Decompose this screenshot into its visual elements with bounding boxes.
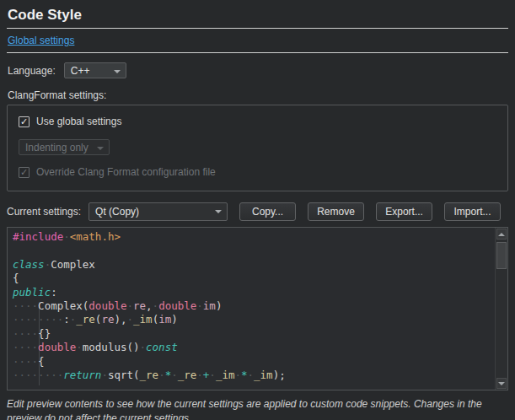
title-separator — [7, 28, 508, 29]
help-note: Edit preview contents to see how the cur… — [7, 397, 508, 420]
use-global-settings-checkbox[interactable]: ✓ Use global settings — [19, 116, 497, 127]
global-settings-link[interactable]: Global settings — [8, 35, 74, 46]
chevron-down-icon — [215, 210, 222, 213]
page-title: Code Style — [8, 7, 508, 24]
override-clang-format-label: Override Clang Format configuration file — [36, 166, 216, 178]
clangformat-settings-label: ClangFormat settings: — [8, 89, 508, 101]
checkbox-checked-icon: ✓ — [19, 116, 30, 127]
chevron-down-icon — [97, 147, 104, 150]
current-settings-value: Qt (Copy) — [95, 206, 139, 218]
link-separator — [7, 52, 508, 53]
export-button[interactable]: Export... — [376, 202, 432, 221]
scroll-down-button[interactable] — [496, 378, 507, 389]
scrollbar-thumb[interactable] — [496, 242, 507, 269]
clangformat-settings-group: ✓ Use global settings Indenting only ✓ O… — [7, 105, 508, 191]
checkbox-checked-icon: ✓ — [19, 167, 30, 178]
remove-button[interactable]: Remove — [308, 202, 364, 221]
language-label: Language: — [8, 65, 56, 77]
formatting-mode-dropdown: Indenting only — [19, 139, 110, 155]
code-editor-content[interactable]: #include·<math.h> class·Complex{public:·… — [8, 230, 494, 382]
triangle-up-icon — [498, 233, 505, 236]
current-settings-label: Current settings: — [7, 206, 81, 218]
use-global-settings-label: Use global settings — [36, 116, 121, 127]
import-button[interactable]: Import... — [444, 202, 501, 221]
triangle-down-icon — [498, 382, 505, 385]
language-dropdown[interactable]: C++ — [64, 62, 126, 78]
editor-scrollbar[interactable] — [495, 228, 507, 390]
override-clang-format-checkbox: ✓ Override Clang Format configuration fi… — [19, 166, 497, 178]
code-preview-editor[interactable]: #include·<math.h> class·Complex{public:·… — [7, 227, 508, 390]
chevron-down-icon — [114, 70, 121, 73]
code-style-settings-page: Code Style Global settings Language: C++… — [0, 0, 515, 420]
copy-button[interactable]: Copy... — [239, 202, 296, 221]
formatting-mode-value: Indenting only — [25, 142, 89, 153]
language-dropdown-value: C++ — [71, 65, 90, 77]
scroll-up-button[interactable] — [496, 229, 507, 240]
current-settings-dropdown[interactable]: Qt (Copy) — [89, 202, 228, 221]
